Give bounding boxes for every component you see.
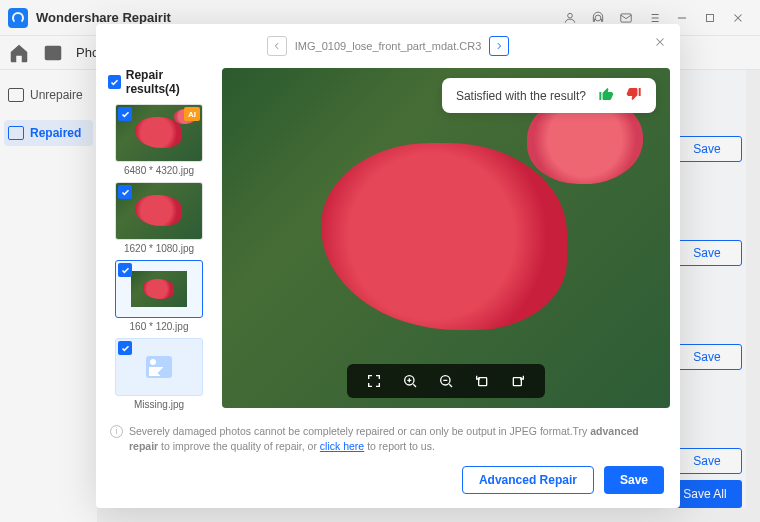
thumbnail-label: 6480 * 4320.jpg [106, 165, 212, 176]
results-title: Repair results(4) [126, 68, 212, 96]
placeholder-image-icon [146, 356, 172, 378]
thumbnail-label: 160 * 120.jpg [106, 321, 212, 332]
thumbnail-label: 1620 * 1080.jpg [106, 243, 212, 254]
info-text: to improve the quality of repair, or [158, 440, 320, 452]
modal-header: IMG_0109_lose_front_part_mdat.CR3 [96, 24, 680, 68]
info-text: to report to us. [364, 440, 435, 452]
zoom-in-button[interactable] [393, 367, 427, 395]
preview-image: Satisfied with the result? [222, 68, 670, 408]
thumbs-up-button[interactable] [598, 86, 614, 105]
rotate-right-button[interactable] [501, 367, 535, 395]
check-icon[interactable] [118, 263, 132, 277]
check-icon[interactable] [118, 185, 132, 199]
current-filename: IMG_0109_lose_front_part_mdat.CR3 [295, 40, 482, 52]
next-file-button[interactable] [489, 36, 509, 56]
ai-badge: AI [184, 107, 200, 121]
prev-file-button[interactable] [267, 36, 287, 56]
info-text: Severely damaged photos cannot be comple… [129, 425, 590, 437]
check-icon[interactable] [118, 341, 132, 355]
preview-toolbar [347, 364, 545, 398]
thumbnail-label: Missing.jpg [106, 399, 212, 410]
rating-popup: Satisfied with the result? [442, 78, 656, 113]
save-button[interactable]: Save [604, 466, 664, 494]
close-modal-button[interactable] [650, 32, 670, 52]
results-header: Repair results(4) [106, 68, 212, 96]
info-icon: i [110, 425, 123, 438]
select-all-checkbox[interactable] [108, 75, 121, 89]
info-message: i Severely damaged photos cannot be comp… [96, 414, 680, 460]
thumbnail-item[interactable]: 160 * 120.jpg [106, 260, 212, 332]
fullscreen-button[interactable] [357, 367, 391, 395]
modal-footer: Advanced Repair Save [96, 460, 680, 508]
advanced-repair-button[interactable]: Advanced Repair [462, 466, 594, 494]
thumbnail-column: Repair results(4) AI 6480 * 4320.jpg 162… [106, 68, 212, 414]
preview-modal: IMG_0109_lose_front_part_mdat.CR3 Repair… [96, 24, 680, 508]
thumbs-down-button[interactable] [626, 86, 642, 105]
rating-prompt: Satisfied with the result? [456, 89, 586, 103]
thumbnail-item[interactable]: AI 6480 * 4320.jpg [106, 104, 212, 176]
thumbnail-item[interactable]: 1620 * 1080.jpg [106, 182, 212, 254]
rotate-left-button[interactable] [465, 367, 499, 395]
report-link[interactable]: click here [320, 440, 364, 452]
check-icon[interactable] [118, 107, 132, 121]
thumbnail-item[interactable]: Missing.jpg [106, 338, 212, 410]
zoom-out-button[interactable] [429, 367, 463, 395]
